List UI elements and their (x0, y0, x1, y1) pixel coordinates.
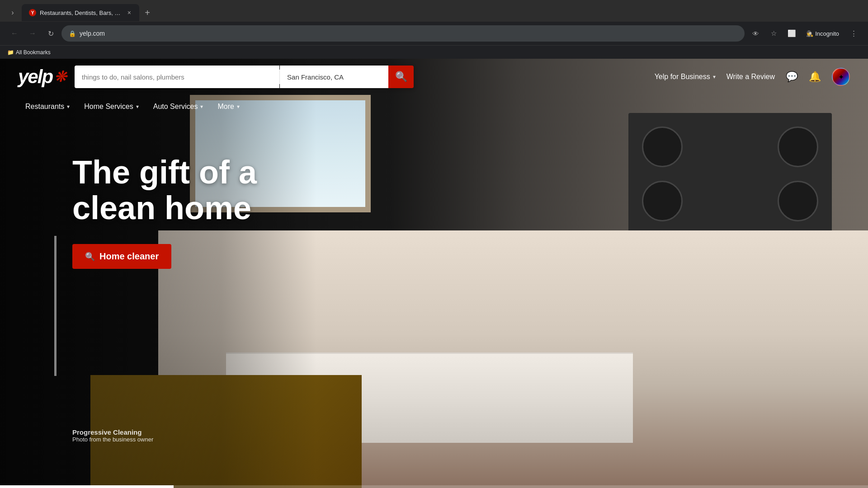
nav-more-label: More (217, 103, 234, 111)
lock-icon: 🔒 (69, 30, 76, 37)
all-bookmarks-folder[interactable]: 📁 All Bookmarks (7, 49, 51, 56)
tab-favicon: Y (29, 9, 36, 16)
yelp-logo[interactable]: yelp ❊ (18, 66, 66, 88)
incognito-label: Incognito (815, 30, 839, 37)
nav-restaurants[interactable]: Restaurants ▾ (18, 99, 77, 114)
plus-icon: + (145, 8, 150, 18)
forward-button[interactable]: → (25, 26, 40, 41)
more-chevron-icon: ▾ (237, 103, 240, 110)
write-review-link[interactable]: Write a Review (726, 73, 775, 81)
menu-icon[interactable]: ⋮ (846, 26, 861, 41)
bookmark-icon[interactable]: ☆ (766, 26, 781, 41)
restaurants-chevron-icon: ▾ (67, 103, 70, 110)
browser-nav: ← → ↻ 🔒 yelp.com 👁 ☆ ⬜ 🕵 Incognito ⋮ (0, 22, 868, 45)
chevron-down-icon: ▾ (713, 74, 716, 80)
write-review-label: Write a Review (726, 73, 775, 80)
nav-home-services[interactable]: Home Services ▾ (77, 99, 146, 114)
incognito-badge: 🕵 Incognito (802, 28, 843, 39)
yelp-logo-burst: ❊ (54, 68, 66, 85)
slide-indicator[interactable] (0, 485, 868, 488)
yelp-for-business-link[interactable]: Yelp for Business ▾ (655, 73, 716, 81)
browser-actions: 👁 ☆ ⬜ 🕵 Incognito ⋮ (748, 26, 861, 41)
search-button[interactable]: 🔍 (388, 66, 414, 88)
reload-button[interactable]: ↻ (43, 26, 58, 41)
user-avatar-button[interactable]: ✦ (832, 68, 850, 86)
yelp-logo-text: yelp (18, 66, 52, 88)
cta-search-icon: 🔍 (85, 252, 95, 262)
reload-icon: ↻ (48, 29, 54, 38)
yelp-header: yelp ❊ 🔍 Yelp for Business ▾ Write a Rev… (0, 59, 868, 95)
photo-credit: Progressive Cleaning Photo from the busi… (72, 428, 153, 443)
messages-icon-button[interactable]: 💬 (786, 71, 798, 83)
back-button[interactable]: ← (7, 26, 22, 41)
photo-business-name: Progressive Cleaning (72, 428, 153, 436)
avatar-icon: ✦ (838, 73, 844, 81)
search-where-input[interactable] (280, 66, 388, 88)
chevron-left-icon: › (11, 9, 14, 17)
browser-tabs: › Y Restaurants, Dentists, Bars, Bea × + (0, 0, 868, 22)
hero-content: The gift of a clean home 🔍 Home cleaner (0, 118, 868, 269)
split-screen-icon[interactable]: ⬜ (784, 26, 799, 41)
eye-off-icon[interactable]: 👁 (748, 26, 763, 41)
nav-restaurants-label: Restaurants (25, 103, 64, 111)
nav-auto-services[interactable]: Auto Services ▾ (146, 99, 211, 114)
yelp-nav: Restaurants ▾ Home Services ▾ Auto Servi… (0, 95, 868, 118)
folder-icon: 📁 (7, 49, 14, 56)
slide-progress-bar (0, 485, 174, 488)
all-bookmarks-label: All Bookmarks (16, 49, 51, 56)
favicon-letter: Y (31, 10, 34, 15)
browser-chrome: › Y Restaurants, Dentists, Bars, Bea × +… (0, 0, 868, 59)
tab-close-button[interactable]: × (127, 8, 132, 17)
messages-icon: 💬 (786, 71, 798, 82)
yelp-for-business-label: Yelp for Business (655, 73, 710, 81)
notifications-icon-button[interactable]: 🔔 (809, 71, 821, 83)
home-cleaner-cta-button[interactable]: 🔍 Home cleaner (72, 244, 171, 269)
header-actions: Yelp for Business ▾ Write a Review 💬 🔔 ✦ (655, 68, 850, 86)
tab-back-btn[interactable]: › (5, 5, 20, 20)
incognito-icon: 🕵 (806, 30, 813, 37)
hero-accent-bar (54, 236, 57, 376)
forward-arrow-icon: → (29, 29, 36, 38)
search-what-input[interactable] (75, 66, 279, 88)
photo-credit-caption: Photo from the business owner (72, 436, 153, 443)
address-bar[interactable]: 🔒 yelp.com (61, 25, 745, 42)
back-arrow-icon: ← (11, 29, 18, 38)
hero-title: The gift of a clean home (72, 155, 307, 226)
new-tab-button[interactable]: + (141, 6, 154, 19)
active-tab[interactable]: Y Restaurants, Dentists, Bars, Bea × (22, 4, 139, 21)
yelp-page: yelp ❊ 🔍 Yelp for Business ▾ Write a Rev… (0, 59, 868, 488)
auto-services-chevron-icon: ▾ (200, 103, 203, 110)
home-services-chevron-icon: ▾ (136, 103, 139, 110)
nav-more[interactable]: More ▾ (210, 99, 246, 114)
nav-auto-services-label: Auto Services (153, 103, 198, 111)
bookmarks-bar: 📁 All Bookmarks (0, 45, 868, 59)
tab-title: Restaurants, Dentists, Bars, Bea (40, 9, 123, 16)
cta-label: Home cleaner (99, 251, 159, 262)
bell-icon: 🔔 (809, 71, 821, 82)
search-icon: 🔍 (395, 71, 407, 83)
address-url: yelp.com (80, 30, 737, 37)
nav-home-services-label: Home Services (84, 103, 133, 111)
search-container: 🔍 (75, 66, 414, 88)
